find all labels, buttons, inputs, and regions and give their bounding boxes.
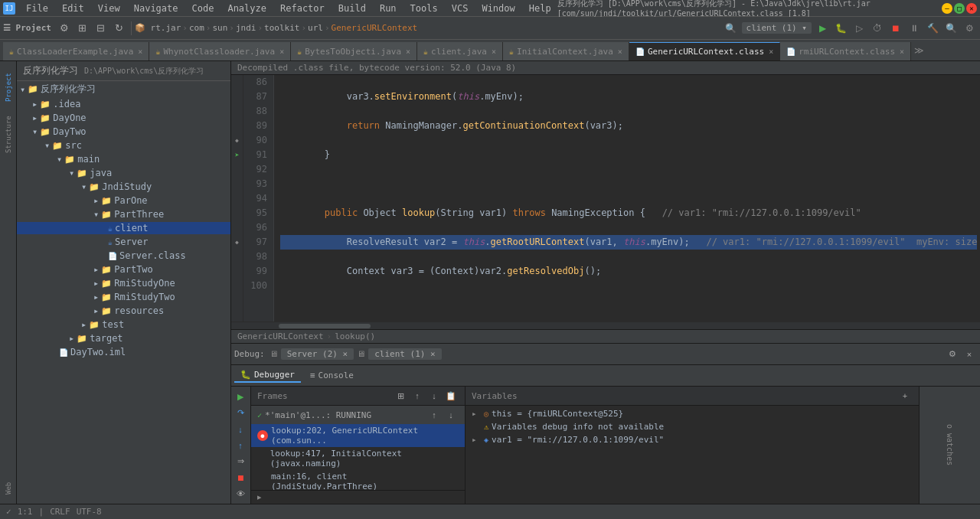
code-content[interactable]: var3.setEnvironment(this.myEnv); return … xyxy=(274,75,980,322)
menu-vcs[interactable]: VCS xyxy=(446,3,475,14)
run-config-dropdown[interactable]: 🔍 xyxy=(724,21,739,36)
frame-item-0[interactable]: ● lookup:202, GenericURLContext (com.sun… xyxy=(251,424,465,447)
tab-whynot[interactable]: ☕ WhynotClassloader.java × xyxy=(149,42,291,60)
tree-item-server[interactable]: ☕Server xyxy=(17,235,230,249)
frames-expand-btn[interactable]: ⊞ xyxy=(393,388,408,403)
tab-client[interactable]: ☕ client.java × xyxy=(417,42,503,60)
debug-button[interactable]: 🐛 xyxy=(833,21,848,36)
tree-item-main[interactable]: ▾📁main xyxy=(17,152,230,166)
menu-edit[interactable]: Edit xyxy=(56,3,90,14)
settings2-button[interactable]: ⚙ xyxy=(962,21,977,36)
bc-sun[interactable]: sun xyxy=(212,23,227,33)
menu-build[interactable]: Build xyxy=(332,3,372,14)
bc-rtjar[interactable]: 📦 rt.jar xyxy=(135,23,181,33)
close-button[interactable]: ✕ xyxy=(966,3,977,14)
frames-down-btn[interactable]: ↓ xyxy=(426,388,442,403)
maximize-button[interactable]: □ xyxy=(954,3,965,14)
menu-refactor[interactable]: Refactor xyxy=(274,3,331,14)
step-over-btn[interactable]: ↷ xyxy=(233,406,248,420)
collapse-button[interactable]: ⊟ xyxy=(93,20,109,37)
menu-code[interactable]: Code xyxy=(186,3,220,14)
thread-down-btn[interactable]: ↓ xyxy=(443,407,459,423)
tab-close-classloader[interactable]: × xyxy=(138,47,142,56)
tab-classloader[interactable]: ☕ ClassLoaderExample.java × xyxy=(3,42,149,60)
bc-url[interactable]: url xyxy=(308,23,323,33)
build-button[interactable]: 🔨 xyxy=(925,21,940,36)
tree-item-serverclass[interactable]: 📄Server.class xyxy=(17,249,230,263)
menu-file[interactable]: File xyxy=(20,3,54,14)
tree-item-resources[interactable]: ▸📁resources xyxy=(17,304,230,318)
bc-method-name[interactable]: lookup() xyxy=(335,331,375,341)
tree-item-rmione[interactable]: ▸📁RmiStudyOne xyxy=(17,276,230,290)
bc-com[interactable]: com xyxy=(189,23,204,33)
sidebar-project-icon[interactable]: Project xyxy=(1,64,16,110)
tree-item-dayone[interactable]: ▸📁DayOne xyxy=(17,111,230,125)
tree-item-target[interactable]: ▸📁target xyxy=(17,331,230,345)
tree-item-parttwo[interactable]: ▸📁PartTwo xyxy=(17,263,230,276)
run-to-cursor-btn[interactable]: ⇒ xyxy=(233,454,248,468)
menu-window[interactable]: Window xyxy=(475,3,521,14)
sidebar-web-icon[interactable]: Web xyxy=(1,473,16,504)
console-tab[interactable]: ≡ Console xyxy=(304,369,360,382)
tab-close-initial[interactable]: × xyxy=(618,47,622,56)
more-tabs[interactable]: ≫ xyxy=(911,45,927,56)
sync-button[interactable]: ↻ xyxy=(111,20,128,37)
frame-item-2[interactable]: main:16, client (JndiStudy.PartThree) xyxy=(251,470,465,490)
server-session-tab[interactable]: Server (2) × xyxy=(281,348,354,360)
expand-button[interactable]: ⊞ xyxy=(74,20,91,37)
tree-item-src[interactable]: ▾📁src xyxy=(17,139,230,152)
bc-jndi[interactable]: jndi xyxy=(236,23,256,33)
minimize-button[interactable]: — xyxy=(942,3,952,14)
bc-toolkit[interactable]: toolkit xyxy=(264,23,299,33)
thread-up-btn[interactable]: ↑ xyxy=(426,407,442,423)
step-out-btn[interactable]: ↑ xyxy=(233,438,248,452)
tree-item-partthree[interactable]: ▾📁PartThree xyxy=(17,207,230,221)
tree-item-parone[interactable]: ▸📁ParOne xyxy=(17,194,230,207)
resume-btn[interactable]: ▶ xyxy=(233,390,248,404)
coverage-button[interactable]: ▷ xyxy=(851,21,867,36)
search-button[interactable]: 🔍 xyxy=(943,21,959,36)
tab-initialcontext[interactable]: ☕ InitialContext.java × xyxy=(503,42,629,60)
frames-expand-arrow[interactable]: ▸ xyxy=(257,492,262,502)
run-button[interactable]: ▶ xyxy=(815,21,830,36)
profile-button[interactable]: ⏱ xyxy=(870,21,885,36)
tab-close-rmi[interactable]: × xyxy=(900,47,904,56)
tree-item-iml[interactable]: 📄DayTwo.iml xyxy=(17,345,230,359)
tree-item-daytwo[interactable]: ▾📁DayTwo xyxy=(17,125,230,139)
tab-close-generic[interactable]: × xyxy=(769,47,773,56)
debugger-tab[interactable]: 🐛 Debugger xyxy=(234,368,301,383)
tab-bytes[interactable]: ☕ BytesToObjecti.java × xyxy=(291,42,417,60)
tree-item-client[interactable]: ☕client xyxy=(17,221,230,235)
var-item-var1[interactable]: ▸ ◈ var1 = "rmi://127.0.0.1:1099/evil" xyxy=(466,433,919,446)
tree-item-rmitwo[interactable]: ▸📁RmiStudyTwo xyxy=(17,290,230,304)
menu-tools[interactable]: Tools xyxy=(404,3,444,14)
bc-class[interactable]: GenericURLContext xyxy=(332,23,418,33)
menu-view[interactable]: View xyxy=(92,3,126,14)
tab-close-whynot[interactable]: × xyxy=(279,47,284,56)
step-into-btn[interactable]: ↓ xyxy=(233,422,248,436)
frame-item-1[interactable]: lookup:417, InitialContext (javax.naming… xyxy=(251,447,465,470)
var-item-this[interactable]: ▸ ◎ this = {rmiURLContext@525} xyxy=(466,407,919,420)
tree-item-test[interactable]: ▸📁test xyxy=(17,318,230,331)
debug-settings-btn[interactable]: ⚙ xyxy=(945,347,960,362)
tab-close-bytes[interactable]: × xyxy=(406,47,410,56)
tree-item-idea[interactable]: ▸📁.idea xyxy=(17,97,230,111)
menu-navigate[interactable]: Navigate xyxy=(128,3,185,14)
sidebar-structure-icon[interactable]: Structure xyxy=(1,112,16,158)
bc-class-name[interactable]: GenericURLContext xyxy=(237,331,324,341)
var-item-warn[interactable]: ⚠ Variables debug info not available xyxy=(466,420,919,433)
editor-hscrollbar[interactable] xyxy=(231,322,980,329)
client-session-tab[interactable]: client (1) × xyxy=(368,348,441,360)
menu-help[interactable]: Help xyxy=(523,3,557,14)
add-watch-btn[interactable]: + xyxy=(897,388,913,403)
frames-up-btn[interactable]: ↑ xyxy=(410,388,425,403)
stop-debug-btn[interactable]: ⏹ xyxy=(233,470,248,485)
menu-run[interactable]: Run xyxy=(374,3,403,14)
tab-close-client[interactable]: × xyxy=(492,47,496,56)
stop-button[interactable]: ⏹ xyxy=(888,21,903,36)
code-area[interactable]: ◆ ➤ ◆ xyxy=(231,75,980,322)
menu-analyze[interactable]: Analyze xyxy=(221,3,273,14)
tree-item-java[interactable]: ▾📁java xyxy=(17,166,230,180)
debug-close-btn[interactable]: × xyxy=(962,347,977,362)
settings-button[interactable]: ⚙ xyxy=(56,20,73,37)
